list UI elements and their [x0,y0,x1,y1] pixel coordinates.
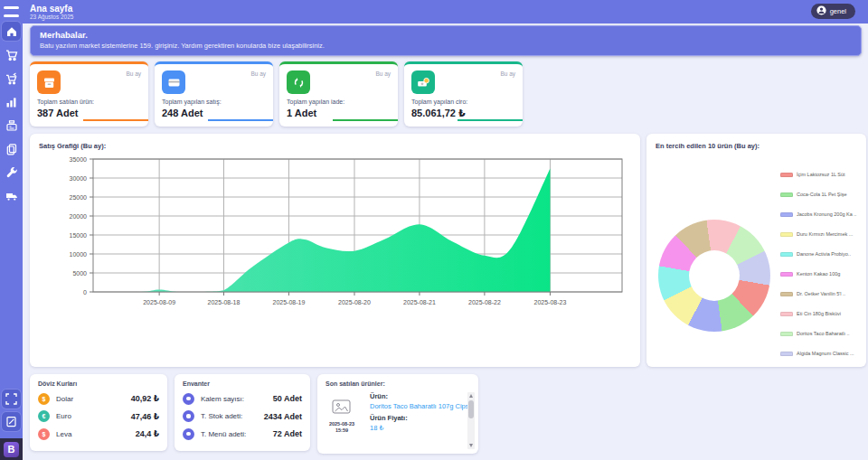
sidebar-item-register[interactable] [2,116,21,135]
sales-area-chart[interactable]: 350003000025000200001500010000500002025-… [30,152,627,333]
inventory-value: 72 Adet [273,429,302,438]
user-name: genel [830,7,846,15]
menu-toggle-button[interactable] [4,6,19,17]
svg-text:35000: 35000 [70,156,88,163]
legend-swatch [780,352,793,356]
notes-button[interactable] [2,412,21,431]
currency-value: 40,92 ₺ [131,394,159,403]
cart-icon [5,49,18,61]
app-logo[interactable]: B [0,438,23,460]
cash-register-icon [5,119,18,132]
stat-card-refunds: Bu ay Toplam yapılan iade: 1 Adet [279,61,398,127]
legend-swatch [780,252,793,257]
legend-label: Jacobs Kronung 200g Ka .. [797,211,856,217]
inventory-row: T. Menü adeti: 72 Adet [183,428,302,440]
sidebar-item-suppliers[interactable] [2,186,21,205]
legend-swatch [780,212,793,217]
period-label: Bu ay [500,70,515,77]
currency-value: 24,4 ₺ [136,429,159,438]
svg-text:2025-08-09: 2025-08-09 [143,299,175,305]
last-sold-scrollbar[interactable] [467,392,475,449]
svg-text:10000: 10000 [70,251,88,258]
stat-cards-row: Bu ay Toplam satılan ürün: 387 Adet Bu a… [30,61,523,127]
scroll-down-icon[interactable] [469,444,473,447]
product-link[interactable]: Doritos Taco Baharatlı 107g Cips [370,402,469,410]
legend-label: Duru Kırmızı Mercimek ... [797,231,853,237]
stat-value: 387 Adet [37,108,78,118]
main-content: Merhabalar. Batu yazılım market sistemle… [23,23,868,460]
legend-item[interactable]: Doritos Taco Baharatlı .. [780,324,856,343]
box-icon [37,70,61,94]
documents-icon [5,143,18,155]
inventory-value: 2434 Adet [264,412,302,421]
svg-text:15000: 15000 [70,232,88,239]
top-products-title: En tercih edilen 10 ürün (Bu ay): [646,134,866,150]
currency-row-dolar: $ Dolar 40,92 ₺ [38,393,159,405]
fullscreen-button[interactable] [2,390,21,408]
legend-item[interactable]: Duru Kırmızı Mercimek ... [780,224,856,244]
inventory-row: Kalem sayısı: 50 Adet [183,393,302,405]
sidebar-item-documents[interactable] [2,139,21,158]
legend-swatch [780,332,793,336]
note-edit-icon [5,416,17,427]
user-menu-button[interactable]: genel [811,4,855,19]
image-placeholder-icon [332,399,351,418]
page-title: Ana sayfa [30,4,73,14]
legend-item[interactable]: Dr. Oetker Vanilin 5'l .. [780,284,856,304]
legend-item[interactable]: Danone Activia Probiyo.. [780,244,856,264]
welcome-subtitle: Batu yazılım market sistemlerine 159. gi… [40,42,852,50]
bullet-circle-icon [183,393,194,405]
home-icon [5,25,18,38]
legend-swatch [780,232,793,237]
stat-underline [333,119,398,121]
sidebar-item-settings[interactable] [2,163,21,182]
legend-item[interactable]: Algida Magnum Classic ... [780,343,856,363]
stat-underline [458,119,523,121]
legend-label: Doritos Taco Baharatlı .. [797,331,850,336]
legend-label: Algida Magnum Classic ... [797,351,854,356]
legend-swatch [780,173,793,177]
currency-name: Leva [56,430,71,438]
stat-card-revenue: Bu ay Toplam yapılan ciro: 85.061,72 ₺ [404,61,523,127]
currency-value: 47,46 ₺ [131,412,159,421]
sidebar-item-returns[interactable] [2,69,21,88]
legend-item[interactable]: Coca-Cola 1L Pet Şişe [780,184,856,204]
legend-item[interactable]: Jacobs Kronung 200g Ka .. [780,204,856,224]
inventory-label: Kalem sayısı: [201,395,244,403]
currency-card: Döviz Kurları $ Dolar 40,92 ₺ € Euro 47,… [30,374,167,451]
top-products-donut[interactable] [658,220,770,332]
top-products-legend: İçim Laktozsuz 1L SütCoca-Cola 1L Pet Şi… [780,164,856,363]
sidebar-item-sales[interactable] [2,45,21,64]
bullet-circle-icon [183,428,194,440]
stat-underline [83,119,148,121]
legend-item[interactable]: İçim Laktozsuz 1L Süt [780,164,856,184]
credit-card-icon [162,70,185,94]
legend-swatch [780,272,793,277]
svg-text:2025-08-21: 2025-08-21 [403,299,436,305]
scroll-up-icon[interactable] [469,394,473,398]
top-products-card: En tercih edilen 10 ürün (Bu ay): İçim L… [646,134,866,367]
bullet-circle-icon [183,410,194,422]
page-date: 23 Ağustos 2025 [30,14,73,20]
truck-icon [5,190,18,202]
currency-row-euro: € Euro 47,46 ₺ [38,410,159,422]
legend-item[interactable]: Eti Cin 180g Bisküvi [780,304,856,324]
stat-card-sales: Bu ay Toplam yapılan satış: 248 Adet [155,61,273,127]
stat-label: Toplam yapılan ciro: [411,99,467,105]
period-label: Bu ay [126,70,141,77]
legend-swatch [780,292,793,296]
price-value[interactable]: 18 ₺ [370,424,469,432]
legend-item[interactable]: Kenton Kakao 100g [780,264,856,284]
scrollbar-thumb[interactable] [468,400,474,418]
legend-label: Danone Activia Probiyo.. [797,251,851,257]
stat-underline [208,119,273,121]
legend-label: Eti Cin 180g Bisküvi [797,311,841,316]
welcome-title: Merhabalar. [40,30,852,40]
inventory-label: T. Stok adeti: [201,412,242,420]
euro-icon: € [38,410,50,422]
inventory-card: Envanter Kalem sayısı: 50 Adet T. Stok a… [175,374,310,451]
svg-text:2025-08-22: 2025-08-22 [468,299,501,305]
sidebar-item-analytics[interactable] [2,92,21,111]
sidebar-item-home[interactable] [2,22,21,41]
stat-label: Toplam yapılan iade: [287,99,344,105]
